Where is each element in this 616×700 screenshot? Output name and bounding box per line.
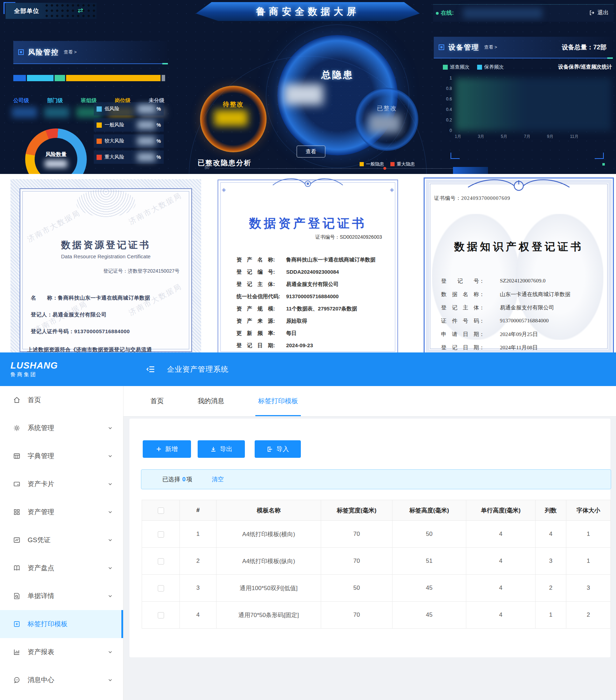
legend-swatch (443, 65, 448, 70)
card-icon (13, 480, 21, 488)
sidebar-item-home[interactable]: 首页 (0, 386, 123, 414)
corner-decoration (595, 153, 604, 159)
sidebar-item-system[interactable]: 系统管理 (0, 414, 123, 442)
legend-swatch (97, 155, 102, 160)
table-row: 2 A4纸打印模板(纵向) 70 51 4 3 1 (142, 548, 611, 575)
row-checkbox[interactable] (158, 531, 164, 538)
certificate-line: 登记人证件号码：913700005716884000 (31, 328, 130, 335)
certificate-title: 数据资产登记证书 (214, 215, 402, 232)
clear-selection-link[interactable]: 清空 (212, 475, 224, 483)
lushang-logo: LUSHANG 鲁商集团 (10, 361, 58, 378)
select-all-checkbox[interactable] (158, 507, 164, 514)
import-button[interactable]: 导入 (255, 440, 301, 458)
inventory-book-icon (13, 564, 21, 572)
legend-item-low: 低风险 % (94, 102, 164, 115)
dictionary-icon (13, 452, 21, 460)
selection-suffix: 项 (186, 475, 192, 483)
sidebar-item-doc-detail[interactable]: 单据详情 (0, 582, 123, 610)
online-user-blurred (463, 8, 542, 19)
certificate-value: 易通金服支付有限公司 (286, 281, 339, 288)
certificate-value: 913700005716884000 (286, 293, 339, 300)
select-all-cell (142, 500, 180, 521)
tab-company-level[interactable]: 公司级 (13, 97, 29, 104)
tab-my-messages[interactable]: 我的消息 (198, 386, 224, 416)
blurred-value (44, 107, 69, 118)
device-chart-y-axis: 1 0.8 0.6 0.4 0.2 0 (440, 76, 452, 139)
blurred-value (137, 153, 155, 161)
chevron-down-icon (108, 482, 113, 486)
row-checkbox[interactable] (158, 585, 164, 592)
chevron-down-icon (108, 426, 113, 430)
online-status-dot (436, 12, 439, 15)
certificate-value: SDDA2024092300084 (286, 269, 339, 275)
corner-ornament: ◈ (222, 187, 226, 193)
message-icon (13, 676, 21, 684)
sidebar-item-label-template[interactable]: 标签打印模板 (0, 610, 123, 638)
legend-item-severe-hazard: 重大隐患 (390, 161, 415, 167)
certificate-subtitle: Data Resource Registration Certificate (10, 253, 201, 259)
template-table: # 模板名称 标签宽度(毫米) 标签高度(毫米) 单行高度(毫米) 列数 字体大… (142, 500, 611, 629)
tab-label-template[interactable]: 标签打印模板 (258, 386, 298, 416)
certificate-value: 913700005716884000 (500, 317, 549, 325)
sidebar-item-inventory[interactable]: 资产盘点 (0, 554, 123, 582)
home-icon (13, 396, 21, 404)
donut-label: 风险数量 (45, 151, 66, 158)
sidebar-collapse-icon[interactable] (146, 365, 155, 373)
chevron-down-icon (108, 454, 113, 458)
certificate-value: 山东一卡通在线商城订单数据 (500, 291, 571, 298)
certificate-value: SZ2024120007609.0 (500, 278, 545, 285)
column-header: 列数 (536, 500, 566, 521)
blurred-value (137, 105, 155, 113)
table-row: 1 A4纸打印模板(横向) 70 50 4 4 1 (142, 521, 611, 548)
chevron-down-icon (108, 566, 113, 570)
tab-home[interactable]: 首页 (150, 386, 164, 416)
tick-decoration (602, 163, 605, 166)
sidebar-item-asset-mgmt[interactable]: 资产管理 (0, 498, 123, 526)
chevron-down-icon (108, 678, 113, 682)
tab-strip: 首页 我的消息 标签打印模板 (123, 386, 616, 416)
legend-swatch (360, 162, 364, 166)
sidebar: 首页 系统管理 字典管理 资产卡片 资产管理 GS凭证 资产盘点 单据详情 标签… (0, 386, 123, 700)
add-button[interactable]: 新增 (143, 440, 191, 458)
table-row: 4 通用70*50条形码[固定] 70 45 4 1 2 (142, 602, 611, 629)
sidebar-item-dictionary[interactable]: 字典管理 (0, 442, 123, 470)
certificate-line: 上述数据资源符合《济南市数据资源登记与交易流通 (27, 346, 152, 352)
document-search-icon (13, 592, 21, 600)
certificate-frame (220, 182, 395, 352)
certificate-title: 数据资源登记证书 (10, 239, 201, 251)
risk-view-link[interactable]: 查看 > (64, 49, 77, 55)
device-view-link[interactable]: 查看 > (484, 44, 497, 50)
data-ip-certificate: 证书编号：20240937000007609 数据知识产权登记证书 登 记 号：… (422, 175, 616, 352)
plus-icon (156, 446, 162, 452)
bar-segment (162, 75, 165, 81)
row-checkbox[interactable] (158, 558, 164, 565)
sidebar-item-gs-voucher[interactable]: GS凭证 (0, 526, 123, 554)
unit-selector[interactable]: 全部单位 ⇄ (6, 3, 97, 19)
total-hazard-label: 总隐患 (278, 69, 397, 81)
security-dashboard: 全部单位 ⇄ 鲁商安全数据大屏 在线: 退出 风险管控 查看 > 公司级 部门级… (0, 0, 616, 174)
sidebar-item-message-center[interactable]: 消息中心 (0, 666, 123, 694)
device-total: 设备总量：72部 (562, 43, 607, 51)
flourish-ornament (465, 176, 573, 193)
row-checkbox[interactable] (158, 612, 164, 618)
logout-button[interactable]: 退出 (589, 9, 609, 16)
risk-panel-header: 风险管控 查看 > (13, 41, 167, 64)
unit-selector-label: 全部单位 (14, 7, 39, 15)
swap-icon[interactable]: ⇄ (78, 6, 83, 14)
app-header: LUSHANG 鲁商集团 企业资产管理系统 (0, 352, 616, 386)
sidebar-item-asset-card[interactable]: 资产卡片 (0, 470, 123, 498)
center-view-button[interactable]: 查看 (297, 146, 325, 158)
tab-department-level[interactable]: 部门级 (47, 97, 63, 104)
device-panel-title: 设备管理 (448, 43, 479, 52)
sidebar-item-asset-report[interactable]: 资产报表 (0, 638, 123, 666)
legend-item-severe: 重大风险 % (94, 150, 164, 164)
certificate-title: 数据知识产权登记证书 (422, 240, 616, 254)
data-point-marker (383, 167, 386, 170)
online-panel: 在线: 退出 (433, 4, 614, 22)
plus-square-icon (13, 620, 21, 628)
blurred-value (137, 121, 155, 129)
online-label: 在线: (441, 9, 454, 17)
column-header: 单行高度(毫米) (466, 500, 536, 521)
export-button[interactable]: 导出 (198, 440, 245, 458)
legend-item-patrol: 巡查频次 (443, 64, 469, 70)
